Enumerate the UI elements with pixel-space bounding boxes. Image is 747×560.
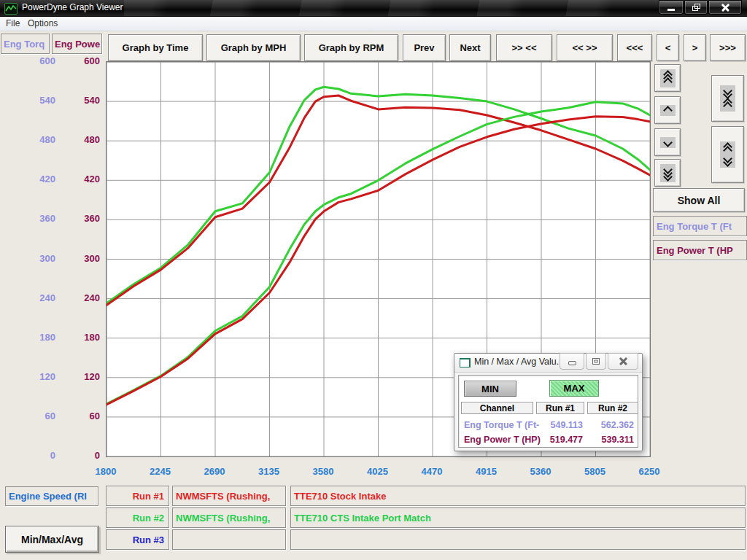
next-button[interactable]: Next: [449, 34, 491, 61]
triple-chevron-up-icon: [660, 69, 676, 88]
torque-run1-max-value: 549.113: [536, 420, 583, 430]
scroll-far-left-button[interactable]: <<<: [617, 34, 652, 61]
scroll-up-button[interactable]: [654, 96, 681, 124]
run2-label: Run #2: [106, 508, 169, 528]
y-tick-label: 120: [58, 371, 100, 383]
restore-icon: [692, 4, 700, 11]
y-tick-label: 360: [58, 213, 100, 225]
popup-table-frame: MIN MAX Channel Run #1 Run #2 Eng Torque…: [458, 375, 638, 448]
power-channel-cell: Eng Power T (HP): [464, 435, 541, 445]
x-tick-label: 4915: [461, 466, 512, 477]
menu-options[interactable]: Options: [28, 18, 58, 28]
collapse-y-scale-button[interactable]: [711, 75, 744, 122]
x-tick-label: 3580: [298, 466, 349, 477]
scroll-left-button[interactable]: <: [657, 34, 679, 61]
run3-description-box[interactable]: [290, 529, 746, 550]
y-tick-label: 120: [0, 371, 55, 383]
popup-maximize-button[interactable]: [586, 353, 606, 370]
y-tick-label: 0: [0, 450, 55, 462]
power-channel-button[interactable]: Eng Powe: [52, 34, 102, 54]
x-tick-label: 5805: [570, 466, 621, 477]
popup-title-bar[interactable]: Min / Max / Avg Valu...: [454, 354, 642, 373]
x-axis-channel-box[interactable]: Engine Speed (RI: [5, 486, 98, 506]
y-tick-label: 540: [0, 95, 55, 106]
column-header-run1[interactable]: Run #1: [536, 402, 584, 414]
power-run2-max-value: 539.311: [587, 435, 634, 445]
max-toggle-button[interactable]: MAX: [549, 380, 599, 397]
collapse-vertical-chevrons-icon: [720, 85, 735, 112]
zoom-in-x-button[interactable]: >> <<: [496, 34, 552, 61]
y-tick-label: 600: [0, 55, 55, 67]
y-tick-label: 300: [0, 253, 55, 265]
run2-file-box[interactable]: NWMSFTS (Rushing,: [172, 508, 286, 528]
x-tick-label: 4025: [352, 466, 403, 477]
y-tick-label: 540: [58, 95, 100, 106]
titlebar-glass-streaks: [124, 0, 635, 16]
table-row-torque: Eng Torque T (Ft- 549.113 562.362: [459, 420, 638, 432]
scroll-far-right-button[interactable]: >>>: [710, 34, 746, 61]
minimize-icon: [667, 9, 675, 11]
expand-y-scale-button[interactable]: [711, 126, 744, 183]
column-header-channel[interactable]: Channel: [461, 402, 533, 414]
torque-axis-channel-label[interactable]: Eng Torque T (Ft: [653, 216, 747, 236]
menu-bar: File Options: [0, 17, 747, 31]
app-icon: [4, 3, 18, 15]
min-toggle-button[interactable]: MIN: [464, 381, 516, 397]
scroll-right-button[interactable]: >: [684, 34, 706, 61]
run3-file-box[interactable]: [172, 529, 286, 550]
y-tick-label: 300: [58, 253, 100, 265]
x-tick-label: 4470: [406, 466, 457, 477]
scroll-up-fast-button[interactable]: [654, 64, 681, 92]
column-header-run2[interactable]: Run #2: [587, 402, 638, 414]
y-tick-label: 360: [0, 213, 55, 225]
chevron-down-icon: [660, 137, 676, 148]
scroll-down-button[interactable]: [654, 128, 681, 156]
y-tick-label: 480: [58, 134, 100, 146]
y-tick-label: 480: [0, 134, 55, 146]
run1-description-box[interactable]: TTE710 Stock Intake: [290, 486, 746, 506]
x-tick-label: 2245: [135, 466, 186, 477]
minimize-icon: [568, 361, 576, 365]
title-bar[interactable]: PowerDyne Graph Viewer: [0, 0, 747, 17]
zoom-out-x-button[interactable]: << >>: [557, 34, 613, 61]
graph-by-mph-button[interactable]: Graph by MPH: [206, 34, 301, 61]
x-tick-label: 6250: [624, 466, 675, 477]
torque-channel-cell: Eng Torque T (Ft-: [464, 420, 539, 430]
y-tick-label: 180: [58, 332, 100, 343]
restore-button[interactable]: [684, 0, 708, 15]
min-max-avg-button[interactable]: Min/Max/Avg: [5, 526, 99, 553]
y-tick-label: 420: [58, 174, 100, 185]
minimize-button[interactable]: [659, 0, 684, 15]
document-icon: [460, 358, 471, 368]
torque-run2-max-value: 562.362: [587, 420, 634, 430]
menu-file[interactable]: File: [6, 18, 20, 28]
table-row-power: Eng Power T (HP) 519.477 539.311: [459, 435, 638, 446]
popup-minimize-button[interactable]: [560, 353, 584, 370]
triple-chevron-down-icon: [660, 164, 676, 182]
x-tick-label: 5360: [515, 466, 566, 477]
torque-channel-button[interactable]: Eng Torq: [1, 34, 50, 54]
graph-by-time-button[interactable]: Graph by Time: [108, 34, 203, 61]
close-icon: [721, 4, 729, 12]
y-tick-label: 240: [58, 292, 100, 304]
min-max-avg-popup[interactable]: Min / Max / Avg Valu... MIN MAX Channel …: [454, 353, 643, 451]
y-tick-label: 420: [0, 174, 55, 185]
popup-close-button[interactable]: [608, 353, 638, 370]
prev-button[interactable]: Prev: [403, 34, 446, 61]
run1-label: Run #1: [106, 486, 169, 506]
show-all-button[interactable]: Show All: [653, 188, 745, 212]
graph-by-rpm-button[interactable]: Graph by RPM: [304, 34, 398, 61]
window-title: PowerDyne Graph Viewer: [22, 2, 123, 12]
x-tick-label: 1800: [80, 466, 131, 477]
run2-description-box[interactable]: TTE710 CTS Intake Port Match: [290, 508, 746, 528]
scroll-down-fast-button[interactable]: [654, 159, 681, 187]
close-button[interactable]: [708, 0, 742, 15]
x-tick-label: 3135: [244, 466, 295, 477]
y-tick-label: 180: [0, 332, 55, 343]
run1-file-box[interactable]: NWMSFTS (Rushing,: [172, 486, 286, 506]
power-axis-channel-label[interactable]: Eng Power T (HP: [653, 240, 747, 260]
maximize-icon: [592, 358, 600, 365]
y-tick-label: 600: [58, 55, 100, 67]
y-tick-label: 60: [0, 411, 55, 422]
powerdyne-window: PowerDyne Graph Viewer File Options Eng …: [0, 0, 747, 560]
